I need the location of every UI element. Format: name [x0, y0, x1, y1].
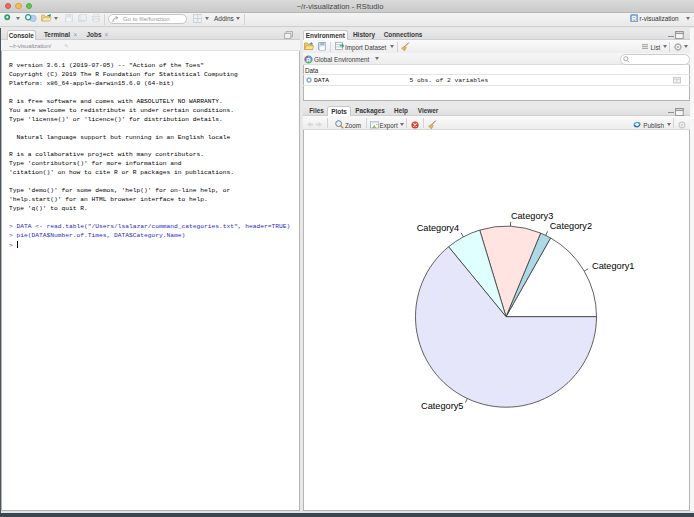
svg-text:Category4: Category4	[417, 223, 459, 233]
svg-text:R: R	[306, 56, 311, 62]
svg-text:Category1: Category1	[592, 260, 634, 270]
svg-text:Category2: Category2	[550, 221, 592, 231]
svg-text:Category3: Category3	[511, 211, 553, 221]
svg-text:Category5: Category5	[421, 400, 463, 410]
svg-text:R: R	[632, 14, 637, 21]
